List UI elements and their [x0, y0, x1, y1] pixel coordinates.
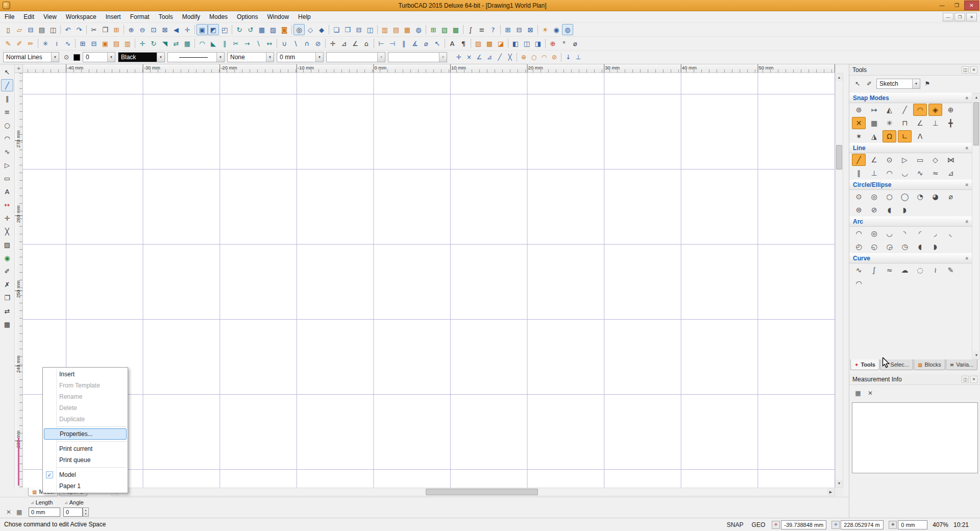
pointer-icon[interactable]: ↖ [853, 79, 862, 88]
dimension-angular-icon[interactable]: ∡ [409, 38, 421, 49]
menu-format[interactable]: Format [126, 11, 154, 23]
palette-close-icon[interactable]: ✕ [970, 376, 977, 383]
snap-free-icon[interactable]: ⊚ [852, 104, 866, 116]
minimize-button[interactable]: — [935, 1, 949, 10]
snap-arc-icon[interactable]: ◠ [913, 104, 927, 116]
undo-icon[interactable]: ↶ [62, 24, 74, 35]
mirror-tool-icon[interactable]: ⇄ [1, 305, 13, 317]
z-coordinate-field[interactable]: 0 mm [898, 520, 927, 529]
curve-fit-icon[interactable]: ≈ [883, 264, 896, 276]
scroll-down-icon[interactable]: ▼ [836, 479, 843, 487]
circle-center-radius-icon[interactable]: ⊙ [852, 190, 866, 203]
slice-icon[interactable]: ⊘ [312, 38, 324, 49]
hatch-icon[interactable]: ▨ [473, 38, 484, 49]
light-scene-icon[interactable]: ☀ [540, 24, 551, 35]
table-insert-row-icon[interactable]: ⊞ [502, 24, 513, 35]
paste-icon[interactable]: ⊞ [111, 24, 122, 35]
measure-angle-icon[interactable]: ∠ [350, 38, 361, 49]
arc-by-chord-icon[interactable]: ◖ [913, 240, 927, 253]
scroll-up-icon[interactable]: ▲ [973, 93, 980, 101]
calculator-icon[interactable]: ≡ [476, 24, 487, 35]
redraw-icon[interactable]: ↻ [234, 24, 245, 35]
camera-scene-icon[interactable]: ◉ [551, 24, 562, 35]
boolean-add-icon[interactable]: ∪ [279, 38, 290, 49]
line-tangent-to-arc-icon[interactable]: ◠ [883, 167, 896, 179]
align-left-icon[interactable]: ◧ [510, 38, 521, 49]
degrees-icon[interactable]: ° [558, 38, 570, 49]
boolean-intersect-icon[interactable]: ∩ [301, 38, 312, 49]
palette-pin-icon[interactable]: ◫ [962, 66, 969, 74]
section-header-snap-modes[interactable]: Snap Modes« [849, 93, 972, 103]
arc-quarter-icon[interactable]: ◵ [867, 240, 881, 253]
text-icon[interactable]: A [447, 38, 458, 49]
dimension-radius-icon[interactable]: ⌀ [421, 38, 432, 49]
snap-perpendicular-icon[interactable]: ∠ [913, 117, 927, 129]
length-lock-icon[interactable]: ⊿ [31, 500, 34, 505]
snap-midpoint-icon[interactable]: ╋ [944, 117, 958, 129]
angle-lock-icon[interactable]: ⊿ [64, 500, 68, 505]
point-tool-icon[interactable]: ✛ [1, 212, 13, 224]
inspector-table-icon[interactable]: ▦ [16, 509, 22, 516]
circle-tool-icon[interactable]: ○ [1, 119, 13, 131]
section-header-curve[interactable]: Curve« [849, 253, 972, 263]
vertical-scrollbar-thumb[interactable] [836, 145, 842, 170]
tile-vertical-icon[interactable]: ◫ [364, 24, 376, 35]
collapse-chevron-icon[interactable]: « [964, 183, 970, 186]
brush-combo[interactable]: None ▼ [227, 52, 274, 62]
make-block-icon[interactable]: ▣ [100, 38, 111, 49]
drop-perpendicular-icon[interactable]: ⊥ [573, 52, 583, 62]
arc-elliptical-icon[interactable]: ◴ [852, 240, 866, 253]
panel-tab-varia[interactable]: ≡Varia... [946, 359, 977, 370]
gradient-fill-icon[interactable]: ▩ [484, 38, 495, 49]
snap-mode-point-icon[interactable]: × [464, 52, 474, 62]
snap-mode-line-icon[interactable]: ╱ [495, 52, 505, 62]
insert-block-icon[interactable]: ▤ [111, 38, 122, 49]
palette-close-icon[interactable]: ✕ [970, 66, 977, 74]
menu-workspace[interactable]: Workspace [61, 11, 101, 23]
horizontal-scrollbar-thumb[interactable] [426, 489, 538, 495]
new-drawing-icon[interactable]: ▯ [3, 24, 14, 35]
snap-divide-icon[interactable]: ✳ [883, 117, 896, 129]
dropdown-arrow-icon[interactable]: ▼ [157, 53, 164, 62]
snap-line-icon[interactable]: ╱ [898, 104, 912, 116]
vertical-scrollbar[interactable]: ▲ ▼ [835, 73, 843, 488]
multitext-icon[interactable]: ¶ [458, 38, 469, 49]
arc-rotated-icon[interactable]: ◟ [944, 227, 958, 239]
pan-icon[interactable]: ✛ [182, 24, 193, 35]
dimension-horizontal-icon[interactable]: ⊢ [376, 38, 387, 49]
geo-location-tool-icon[interactable]: ◉ [1, 252, 13, 264]
simplify-icon[interactable]: ∿ [62, 38, 74, 49]
blocks-palette-icon[interactable]: ▦ [402, 24, 413, 35]
coord-absolute-icon[interactable]: ⊕ [519, 52, 529, 62]
zoom-window-icon[interactable]: ⊡ [148, 24, 159, 35]
collapse-chevron-icon[interactable]: « [964, 147, 970, 150]
curve-sketch-icon[interactable]: ≀ [928, 264, 942, 276]
workplane-by-view-icon[interactable]: ◇ [305, 24, 316, 35]
pen-properties-icon[interactable]: ✏ [25, 38, 36, 49]
copy-tool-icon[interactable]: ❐ [1, 292, 13, 304]
context-menu-item-print-queue[interactable]: Print queue [43, 454, 128, 466]
regenerate-icon[interactable]: ↺ [245, 24, 256, 35]
collapse-chevron-icon[interactable]: « [964, 257, 970, 260]
line-style-combo[interactable]: Normal Lines ▼ [3, 52, 59, 62]
arc-center-radius-icon[interactable]: ◠ [852, 227, 866, 239]
dropdown-arrow-icon[interactable]: ▼ [51, 53, 59, 62]
coord-relative-icon[interactable]: ○ [529, 52, 539, 62]
elliptical-arc-icon[interactable]: ◗ [898, 204, 912, 216]
polygon-tool-icon[interactable]: ▷ [1, 159, 13, 171]
hatch-tool-icon[interactable]: ▨ [1, 238, 13, 251]
text-tool-icon[interactable]: A [1, 185, 13, 198]
line-perpendicular-icon[interactable]: ⊥ [867, 167, 881, 179]
curve-tool-icon[interactable]: ∿ [1, 146, 13, 158]
snap-nearest-on-graphic-icon[interactable]: ↦ [867, 104, 881, 116]
arc-1-2-3-icon[interactable]: ◝ [898, 227, 912, 239]
snap-aperture-icon[interactable]: Λ [913, 130, 927, 142]
insert-picture-icon[interactable]: ▧ [439, 24, 450, 35]
dimension-leader-icon[interactable]: ↖ [432, 38, 443, 49]
zoom-out-icon[interactable]: ⊖ [137, 24, 148, 35]
dropdown-arrow-icon[interactable]: ▼ [216, 53, 224, 62]
menu-options[interactable]: Options [232, 11, 262, 23]
ellipse-fixed-ratio-icon[interactable]: ◖ [883, 204, 896, 216]
split-icon[interactable]: ∖ [253, 38, 264, 49]
line-rectangle-icon[interactable]: ▭ [913, 154, 927, 166]
